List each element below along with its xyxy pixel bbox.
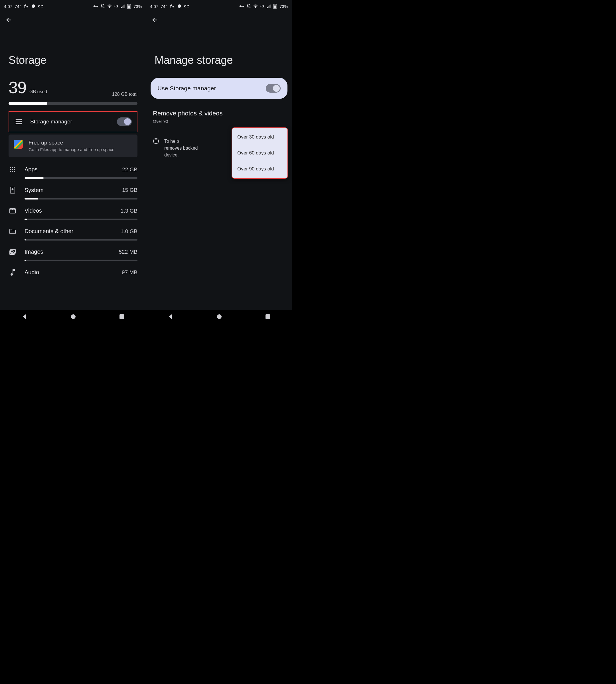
category-value: 15 GB — [122, 187, 137, 193]
link-icon — [38, 4, 43, 9]
svg-point-25 — [10, 273, 13, 276]
svg-point-24 — [12, 250, 13, 251]
signal-icon — [120, 4, 125, 9]
svg-point-27 — [240, 5, 241, 7]
shield-icon — [31, 4, 36, 9]
category-name: Audio — [24, 269, 122, 276]
menu-item-30[interactable]: Over 30 days old — [232, 129, 287, 145]
svg-point-0 — [93, 5, 95, 7]
use-storage-manager-toggle[interactable] — [266, 84, 281, 93]
battery-pct: 73% — [280, 4, 288, 9]
manage-storage-screen: 4:07 74° 4G 73% Manage storage — [146, 0, 292, 310]
category-name: Images — [24, 249, 119, 255]
free-up-subtitle: Go to Files app to manage and free up sp… — [28, 147, 114, 152]
category-row-audio[interactable]: Audio 97 MB — [8, 264, 137, 276]
storage-manager-label: Storage manager — [30, 118, 112, 125]
usage-summary: 39 GB used 128 GB total — [8, 78, 137, 97]
mute-icon — [246, 4, 251, 9]
svg-point-38 — [217, 314, 222, 319]
remove-photos-sub: Over 90 — [146, 118, 292, 124]
status-time: 4:07 — [150, 4, 158, 9]
moon-icon — [169, 4, 175, 9]
svg-point-16 — [12, 169, 13, 170]
status-bar: 4:07 74° 4G 73% — [146, 0, 292, 13]
mute-icon — [100, 4, 105, 9]
category-value: 1.3 GB — [120, 208, 137, 214]
svg-rect-37 — [119, 314, 124, 319]
files-app-icon — [14, 140, 23, 149]
nav-recent-button[interactable] — [265, 314, 270, 320]
divider — [112, 117, 112, 127]
svg-point-19 — [12, 171, 13, 172]
remove-photos-header[interactable]: Remove photos & videos — [146, 99, 292, 118]
nav-home-button[interactable] — [217, 314, 222, 320]
category-name: Videos — [24, 207, 120, 214]
nav-home-button[interactable] — [71, 314, 76, 320]
usage-total: 128 GB total — [112, 92, 137, 97]
nav-back-button[interactable] — [22, 314, 27, 321]
category-name: System — [24, 187, 122, 193]
svg-point-36 — [71, 314, 75, 319]
category-row-videos[interactable]: Videos 1.3 GB — [8, 202, 137, 223]
category-value: 97 MB — [122, 269, 137, 276]
category-row-system[interactable]: System 15 GB — [8, 182, 137, 202]
wifi-icon — [107, 4, 112, 9]
svg-rect-2 — [97, 6, 98, 7]
info-icon — [153, 138, 159, 158]
navigation-bar — [0, 310, 292, 324]
category-name: Documents & other — [24, 228, 120, 234]
storage-icon — [14, 119, 22, 124]
svg-rect-11 — [16, 123, 16, 124]
free-up-title: Free up space — [28, 140, 114, 146]
category-row-apps[interactable]: Apps 22 GB — [8, 161, 137, 182]
status-temp: 74° — [160, 4, 167, 9]
usage-label: GB used — [29, 89, 47, 94]
svg-rect-10 — [16, 121, 16, 122]
svg-point-13 — [12, 167, 13, 168]
system-icon — [8, 187, 17, 193]
back-button[interactable] — [5, 16, 13, 25]
use-storage-manager-label: Use Storage manager — [157, 85, 216, 92]
svg-point-17 — [14, 169, 15, 170]
images-icon — [8, 249, 17, 255]
page-title: Storage — [0, 28, 146, 78]
network-4g: 4G — [260, 4, 264, 8]
menu-item-90[interactable]: Over 90 days old — [232, 161, 287, 177]
network-4g: 4G — [114, 4, 118, 8]
moon-icon — [23, 4, 28, 9]
battery-pct: 73% — [133, 4, 142, 9]
storage-screen: 4:07 74° — [0, 0, 146, 310]
vpn-key-icon — [239, 4, 244, 9]
menu-item-60[interactable]: Over 60 days old — [232, 145, 287, 161]
usage-bar — [8, 102, 137, 105]
usage-value: 39 — [8, 78, 26, 97]
storage-manager-toggle[interactable] — [117, 117, 132, 126]
category-value: 1.0 GB — [120, 228, 137, 234]
svg-point-35 — [156, 140, 156, 140]
shield-icon — [177, 4, 182, 9]
wifi-icon — [253, 4, 258, 9]
svg-rect-39 — [265, 314, 270, 319]
signal-icon — [266, 4, 271, 9]
use-storage-manager-row[interactable]: Use Storage manager — [151, 78, 287, 99]
vpn-key-icon — [93, 4, 98, 9]
battery-icon — [127, 4, 132, 9]
videos-icon — [8, 208, 17, 213]
audio-icon — [8, 269, 17, 276]
nav-back-button[interactable] — [168, 314, 173, 321]
category-name: Apps — [24, 166, 122, 173]
apps-icon — [8, 167, 17, 173]
free-up-space-row[interactable]: Free up space Go to Files app to manage … — [8, 135, 137, 157]
storage-manager-row[interactable]: Storage manager — [8, 111, 137, 132]
svg-point-14 — [14, 167, 15, 168]
nav-recent-button[interactable] — [119, 314, 124, 320]
category-row-images[interactable]: Images 522 MB — [8, 243, 137, 264]
back-button[interactable] — [151, 16, 158, 25]
category-value: 22 GB — [122, 166, 137, 173]
svg-rect-5 — [128, 5, 130, 8]
battery-icon — [273, 4, 278, 9]
svg-point-12 — [10, 167, 11, 168]
svg-rect-29 — [244, 6, 244, 7]
link-icon — [184, 4, 189, 9]
category-row-documents[interactable]: Documents & other 1.0 GB — [8, 223, 137, 243]
